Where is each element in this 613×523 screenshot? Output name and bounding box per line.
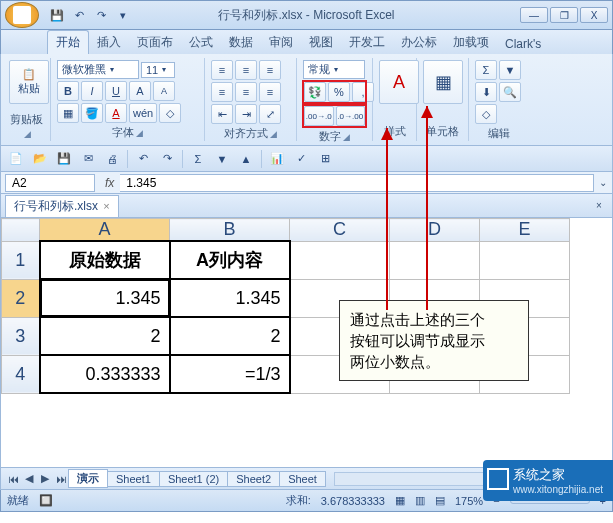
fx-icon[interactable]: fx [99,176,120,190]
view-pagebreak-icon[interactable]: ▤ [435,494,445,507]
sheet-nav-first[interactable]: ⏮ [5,473,21,485]
tab-review[interactable]: 审阅 [261,31,301,54]
row-header-4[interactable]: 4 [2,355,40,393]
redo-icon[interactable]: ↷ [91,5,111,25]
cell-b4[interactable]: =1/3 [170,355,290,393]
alignment-launcher-icon[interactable]: ◢ [270,129,277,139]
italic-button[interactable]: I [81,81,103,101]
formula-input[interactable]: 1.345 [120,174,594,192]
border-button[interactable]: ▦ [57,103,79,123]
column-header-c[interactable]: C [290,219,390,242]
increase-indent-button[interactable]: ⇥ [235,104,257,124]
tool-icon[interactable]: 📂 [29,149,51,169]
column-header-b[interactable]: B [170,219,290,242]
zoom-level[interactable]: 175% [455,495,483,507]
shrink-font-button[interactable]: A [153,81,175,101]
fill-color-button[interactable]: 🪣 [81,103,103,123]
align-right-button[interactable]: ≡ [259,82,281,102]
decrease-decimal-button[interactable]: .0→.00 [336,106,366,126]
number-format-combo[interactable]: 常规▾ [303,60,365,79]
tool-icon[interactable]: 💾 [53,149,75,169]
font-color-button[interactable]: A [105,103,127,123]
column-header-d[interactable]: D [390,219,480,242]
sheet-nav-prev[interactable]: ◀ [21,472,37,485]
tab-layout[interactable]: 页面布 [129,31,181,54]
tool-icon[interactable]: 📄 [5,149,27,169]
tab-formula[interactable]: 公式 [181,31,221,54]
accounting-button[interactable]: 💱 [304,82,326,102]
tab-office[interactable]: 办公标 [393,31,445,54]
align-bottom-button[interactable]: ≡ [259,60,281,80]
phonetic-button[interactable]: wén [129,103,157,123]
cell-a3[interactable]: 2 [40,317,170,355]
font-launcher-icon[interactable]: ◢ [136,128,143,138]
bold-button[interactable]: B [57,81,79,101]
tool-icon[interactable]: ✓ [290,149,312,169]
align-top-button[interactable]: ≡ [211,60,233,80]
cell-a1[interactable]: 原始数据 [40,241,170,279]
row-header-3[interactable]: 3 [2,317,40,355]
minimize-button[interactable]: — [520,7,548,23]
clipboard-launcher-icon[interactable]: ◢ [24,129,31,139]
paste-button[interactable]: 📋 粘贴 [9,60,49,104]
font-name-combo[interactable]: 微软雅黑▾ [57,60,139,79]
orientation-button[interactable]: ⤢ [259,104,281,124]
workbook-menu-icon[interactable]: × [590,200,608,211]
sheet-tab-sheet1-2[interactable]: Sheet1 (2) [159,471,228,487]
styles-button[interactable]: A [379,60,419,104]
underline-button[interactable]: U [105,81,127,101]
align-left-button[interactable]: ≡ [211,82,233,102]
close-button[interactable]: X [580,7,608,23]
maximize-button[interactable]: ❐ [550,7,578,23]
decrease-indent-button[interactable]: ⇤ [211,104,233,124]
find-button[interactable]: 🔍 [499,82,521,102]
align-middle-button[interactable]: ≡ [235,60,257,80]
office-button[interactable] [5,2,39,28]
sheet-tab-sheet1[interactable]: Sheet1 [107,471,160,487]
tool-icon[interactable]: ↶ [132,149,154,169]
name-box[interactable]: A2 [5,174,95,192]
tab-clarks[interactable]: Clark's [497,34,549,54]
clear-format-button[interactable]: ◇ [159,103,181,123]
select-all-corner[interactable] [2,219,40,242]
tab-home[interactable]: 开始 [47,30,89,54]
view-normal-icon[interactable]: ▦ [395,494,405,507]
save-icon[interactable]: 💾 [47,5,67,25]
sheet-tab-demo[interactable]: 演示 [68,469,108,488]
column-header-e[interactable]: E [480,219,570,242]
clear-button[interactable]: ◇ [475,104,497,124]
view-layout-icon[interactable]: ▥ [415,494,425,507]
row-header-2[interactable]: 2 [2,279,40,317]
tool-icon[interactable]: ✉ [77,149,99,169]
tab-view[interactable]: 视图 [301,31,341,54]
tool-icon[interactable]: 🖨 [101,149,123,169]
cell-b1[interactable]: A列内容 [170,241,290,279]
tool-icon[interactable]: Σ [187,149,209,169]
cell-d1[interactable] [390,241,480,279]
autosum-button[interactable]: Σ [475,60,497,80]
workbook-close-icon[interactable]: × [103,200,109,212]
row-header-1[interactable]: 1 [2,241,40,279]
cells-button[interactable]: ▦ [423,60,463,104]
tab-addin[interactable]: 加载项 [445,31,497,54]
cell-b3[interactable]: 2 [170,317,290,355]
comma-style-button[interactable]: , [352,82,374,102]
number-launcher-icon[interactable]: ◢ [343,132,350,142]
expand-formula-icon[interactable]: ⌄ [594,177,612,188]
cell-e1[interactable] [480,241,570,279]
cell-a4[interactable]: 0.333333 [40,355,170,393]
fill-button[interactable]: ⬇ [475,82,497,102]
qat-dropdown-icon[interactable]: ▾ [113,5,133,25]
percent-button[interactable]: % [328,82,350,102]
cell-c1[interactable] [290,241,390,279]
tool-icon[interactable]: ▲ [235,149,257,169]
tab-insert[interactable]: 插入 [89,31,129,54]
sheet-tab-sheet3[interactable]: Sheet [279,471,326,487]
tab-developer[interactable]: 开发工 [341,31,393,54]
grow-font-button[interactable]: A [129,81,151,101]
align-center-button[interactable]: ≡ [235,82,257,102]
tool-icon[interactable]: ▼ [211,149,233,169]
sheet-tab-sheet2[interactable]: Sheet2 [227,471,280,487]
sort-filter-button[interactable]: ▼ [499,60,521,80]
undo-icon[interactable]: ↶ [69,5,89,25]
